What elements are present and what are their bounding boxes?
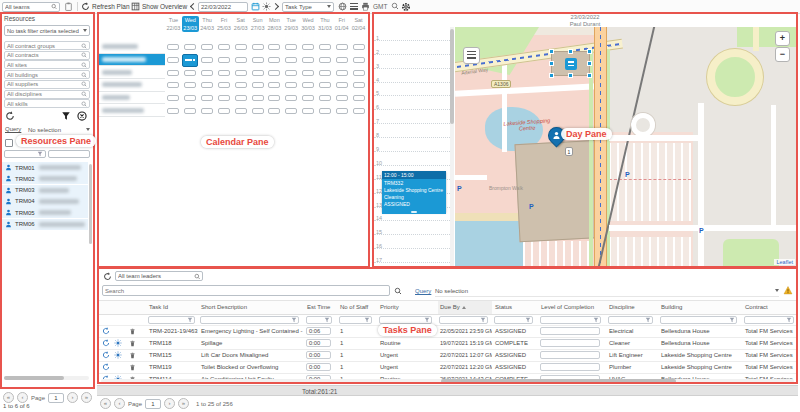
calendar-slot[interactable] bbox=[353, 57, 365, 63]
calendar-cell[interactable] bbox=[350, 92, 367, 105]
calendar-slot[interactable] bbox=[268, 82, 280, 88]
task-search-field[interactable] bbox=[105, 288, 387, 294]
show-overview-button[interactable]: Show Overview bbox=[142, 3, 187, 10]
calendar-slot[interactable] bbox=[218, 44, 230, 50]
calendar-slot[interactable] bbox=[235, 95, 247, 101]
calendar-slot[interactable] bbox=[336, 95, 348, 101]
calendar-cell[interactable] bbox=[283, 54, 300, 67]
calendar-cell[interactable] bbox=[199, 92, 216, 105]
calendar-cell[interactable] bbox=[266, 66, 283, 79]
calendar-slot[interactable] bbox=[201, 95, 213, 101]
calendar-cell[interactable] bbox=[266, 79, 283, 92]
calendar-cell[interactable] bbox=[182, 79, 199, 92]
calendar-cell[interactable] bbox=[300, 66, 317, 79]
resource-filter-input[interactable]: All buildings bbox=[4, 70, 90, 79]
cell-est[interactable]: 0:00 bbox=[306, 351, 331, 359]
calendar-cell[interactable] bbox=[350, 66, 367, 79]
trash-icon[interactable] bbox=[129, 340, 136, 347]
calendar-slot[interactable] bbox=[302, 82, 314, 88]
selected-building[interactable] bbox=[551, 51, 590, 76]
trash-icon[interactable] bbox=[129, 352, 136, 359]
calendar-slot[interactable] bbox=[353, 70, 365, 76]
calendar-cell[interactable] bbox=[300, 92, 317, 105]
calendar-cell[interactable] bbox=[165, 54, 182, 67]
calendar-cell[interactable] bbox=[300, 104, 317, 117]
team-leaders-value[interactable] bbox=[118, 273, 194, 279]
resource-filter-input[interactable]: All skills bbox=[4, 99, 90, 108]
calendar-cell[interactable] bbox=[249, 104, 266, 117]
calendar-slot[interactable] bbox=[319, 57, 331, 63]
calendar-slot[interactable] bbox=[201, 44, 213, 50]
calendar-slot[interactable] bbox=[319, 70, 331, 76]
today-sun-icon[interactable] bbox=[262, 2, 271, 11]
calendar-cell[interactable] bbox=[350, 54, 367, 67]
sync-status-icon[interactable] bbox=[102, 351, 110, 359]
calendar-slot[interactable] bbox=[235, 44, 247, 50]
calendar-slot[interactable] bbox=[285, 57, 297, 63]
calendar-day-header[interactable]: Wed23/03 bbox=[182, 16, 199, 32]
calendar-picker-icon[interactable] bbox=[251, 2, 260, 11]
calendar-day-header[interactable]: Sat02/04 bbox=[350, 16, 367, 32]
calendar-slot[interactable] bbox=[184, 70, 196, 76]
calendar-cell[interactable] bbox=[182, 66, 199, 79]
calendar-slot[interactable] bbox=[167, 70, 179, 76]
refresh-icon[interactable] bbox=[81, 2, 90, 11]
calendar-cell[interactable] bbox=[165, 66, 182, 79]
task-filter-select[interactable]: No task filter criteria selected bbox=[4, 25, 90, 36]
cell-est[interactable]: 0:00 bbox=[306, 339, 331, 347]
calendar-slot[interactable] bbox=[302, 95, 314, 101]
column-filter-input[interactable] bbox=[200, 316, 299, 324]
calendar-cell[interactable] bbox=[232, 104, 249, 117]
calendar-slot[interactable] bbox=[336, 82, 348, 88]
calendar-slot[interactable] bbox=[167, 108, 179, 114]
calendar-slot[interactable] bbox=[218, 57, 230, 63]
column-filter-input[interactable] bbox=[494, 316, 533, 324]
calendar-slot[interactable] bbox=[353, 44, 365, 50]
calendar-slot[interactable] bbox=[285, 44, 297, 50]
resize-handle[interactable] bbox=[411, 211, 417, 213]
hour-row[interactable]: 10 bbox=[374, 152, 450, 166]
calendar-slot[interactable] bbox=[235, 70, 247, 76]
calendar-cell[interactable] bbox=[266, 54, 283, 67]
zoom-in-button[interactable]: + bbox=[775, 31, 790, 46]
calendar-cell[interactable] bbox=[182, 92, 199, 105]
calendar-slot[interactable] bbox=[252, 82, 264, 88]
refresh-plan-button[interactable]: Refresh Plan bbox=[92, 3, 130, 10]
search-icon[interactable] bbox=[394, 287, 402, 295]
calendar-cell[interactable] bbox=[232, 54, 249, 67]
resource-row[interactable]: TRM06 bbox=[2, 219, 88, 231]
calendar-cell[interactable] bbox=[283, 79, 300, 92]
column-header[interactable]: Status bbox=[493, 301, 537, 314]
calendar-day-header[interactable]: Tue22/03 bbox=[165, 16, 182, 32]
hour-row[interactable]: 2 bbox=[374, 41, 450, 55]
sync-status-icon[interactable] bbox=[102, 327, 110, 335]
column-filter-input[interactable] bbox=[379, 316, 432, 324]
calendar-slot[interactable] bbox=[319, 82, 331, 88]
calendar-slot[interactable] bbox=[167, 95, 179, 101]
query-link[interactable]: Query bbox=[5, 126, 21, 132]
sun-status-icon[interactable] bbox=[114, 339, 122, 347]
calendar-slot[interactable] bbox=[218, 108, 230, 114]
calendar-cell[interactable] bbox=[300, 41, 317, 54]
horizontal-scrollbar[interactable] bbox=[4, 376, 89, 380]
hour-row[interactable]: 17 bbox=[374, 249, 450, 263]
calendar-cell[interactable] bbox=[350, 41, 367, 54]
resource-filter-input[interactable]: All disciplines bbox=[4, 90, 90, 99]
calendar-cell[interactable] bbox=[316, 54, 333, 67]
calendar-slot[interactable] bbox=[201, 108, 213, 114]
calendar-slot[interactable] bbox=[167, 57, 179, 63]
refresh-icon[interactable] bbox=[5, 111, 15, 121]
calendar-resource-row[interactable] bbox=[99, 41, 367, 54]
calendar-cell[interactable] bbox=[333, 54, 350, 67]
calendar-cell[interactable] bbox=[182, 104, 199, 117]
calendar-slot[interactable] bbox=[302, 44, 314, 50]
calendar-cell[interactable] bbox=[316, 41, 333, 54]
calendar-cell[interactable] bbox=[249, 54, 266, 67]
map-canvas[interactable]: Lakeside Shopping Centre Brompton Walk A… bbox=[455, 27, 796, 266]
calendar-slot[interactable] bbox=[319, 95, 331, 101]
hour-row[interactable]: 4 bbox=[374, 69, 450, 83]
hour-row[interactable]: 6 bbox=[374, 96, 450, 110]
calendar-slot[interactable] bbox=[201, 70, 213, 76]
calendar-slot[interactable] bbox=[285, 82, 297, 88]
calendar-cell[interactable] bbox=[316, 92, 333, 105]
